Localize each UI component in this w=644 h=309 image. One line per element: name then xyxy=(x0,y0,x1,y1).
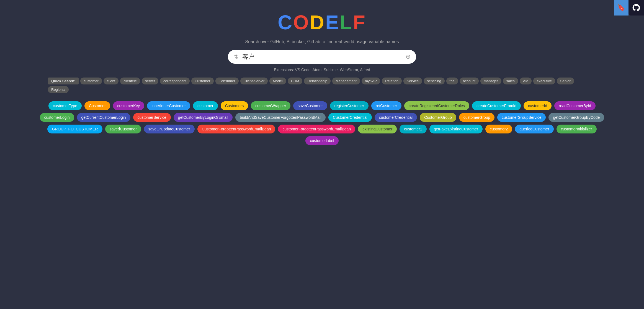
main-container: CODELF Search over GitHub, Bitbucket, Gi… xyxy=(0,0,644,151)
quick-tag[interactable]: account xyxy=(460,78,479,84)
quick-tag[interactable]: servicing xyxy=(424,78,444,84)
top-icons: 🔖 xyxy=(614,0,644,16)
subtitle: Search over GitHub, Bitbucket, GitLab to… xyxy=(245,39,399,44)
result-tag[interactable]: customerLogin xyxy=(40,113,74,122)
quick-tag[interactable]: Consumer xyxy=(215,78,239,84)
result-tag[interactable]: getCurrentCustomerLogin xyxy=(77,113,130,122)
result-tag[interactable]: customerlabel xyxy=(305,136,338,145)
result-tag[interactable]: createCustomerFromId xyxy=(472,101,521,110)
result-tag[interactable]: customerGroup xyxy=(459,113,494,122)
result-tag[interactable]: registerCustomer xyxy=(330,101,369,110)
result-tag[interactable]: customerCredential xyxy=(375,113,417,122)
results-cloud: customerTypeCustomercustomerKeyinnerInne… xyxy=(31,101,613,145)
bookmark-icon[interactable]: 🔖 xyxy=(614,0,628,16)
result-tag[interactable]: CustomerForgottenPasswordEmailBean xyxy=(197,125,275,133)
quick-tag[interactable]: Customer xyxy=(191,78,213,84)
search-submit-icon[interactable]: ⊕ xyxy=(406,53,411,60)
quick-tag[interactable]: Service xyxy=(403,78,422,84)
result-tag[interactable]: retCustomer xyxy=(371,101,401,110)
quick-tag[interactable]: clientele xyxy=(120,78,140,84)
result-tag[interactable]: customerGroupService xyxy=(497,113,546,122)
result-tag[interactable]: createRegisteredCustomerRoles xyxy=(404,101,469,110)
result-tag[interactable]: existingCustomer xyxy=(358,125,397,133)
quick-tag[interactable]: correspondent xyxy=(160,78,190,84)
logo-letter-d: D xyxy=(310,11,325,34)
result-tag[interactable]: CustomerGroup xyxy=(420,113,456,122)
quick-tag[interactable]: Relation xyxy=(382,78,402,84)
quick-tag[interactable]: CRM xyxy=(288,78,303,84)
quick-tag[interactable]: Model xyxy=(269,78,286,84)
quick-tag[interactable]: manager xyxy=(480,78,501,84)
result-tag[interactable]: customer xyxy=(193,101,218,110)
quick-tag[interactable]: Client-Server xyxy=(240,78,268,84)
result-tag[interactable]: GROUP_FO_CUSTOMER xyxy=(47,125,102,133)
quick-tag[interactable]: sales xyxy=(503,78,518,84)
logo-letter-l: L xyxy=(340,11,353,34)
quick-tag[interactable]: the xyxy=(446,78,458,84)
quick-tag[interactable]: Relationship xyxy=(304,78,331,84)
result-tag[interactable]: CustomerCredential xyxy=(328,113,372,122)
result-tag[interactable]: customerWrapper xyxy=(251,101,290,110)
result-tag[interactable]: customerType xyxy=(48,101,82,110)
result-tag[interactable]: Customers xyxy=(221,101,248,110)
logo-letter-f: F xyxy=(353,11,366,34)
quick-tag[interactable]: client xyxy=(104,78,119,84)
result-tag[interactable]: Customer xyxy=(84,101,110,110)
quick-tag[interactable]: server xyxy=(142,78,158,84)
logo-letter-c: C xyxy=(278,11,293,34)
quick-tag[interactable]: mySAP xyxy=(362,78,380,84)
quick-tag[interactable]: Management xyxy=(332,78,360,84)
quick-tag[interactable]: customer xyxy=(80,78,102,84)
filter-icon[interactable]: ⚗ xyxy=(233,53,238,60)
quick-tag[interactable]: Regional xyxy=(48,86,69,93)
result-tag[interactable]: innerInnerCustomer xyxy=(147,101,190,110)
result-tag[interactable]: customer1 xyxy=(400,125,426,133)
result-tag[interactable]: customerForgottenPasswordEmailBean xyxy=(278,125,355,133)
logo-letter-e: E xyxy=(325,11,340,34)
extensions-text: Extensions: VS Code, Atom, Sublime, WebS… xyxy=(274,68,370,72)
result-tag[interactable]: queriedCustomer xyxy=(515,125,553,133)
quick-tag[interactable]: Senior xyxy=(557,78,574,84)
quick-search-label: Quick Search: xyxy=(48,78,79,84)
result-tag[interactable]: getCustomerByLoginOrEmail xyxy=(174,113,233,122)
search-bar: ⚗ ⊕ xyxy=(228,50,416,64)
result-tag[interactable]: customerService xyxy=(133,113,171,122)
result-tag[interactable]: customer2 xyxy=(485,125,512,133)
app-logo: CODELF xyxy=(278,11,366,34)
result-tag[interactable]: saveCustomer xyxy=(293,101,327,110)
logo-letter-o: O xyxy=(293,11,310,34)
result-tag[interactable]: customerInitializer xyxy=(557,125,597,133)
result-tag[interactable]: buildAndSaveCustomerForgottenPasswordMai… xyxy=(235,113,326,122)
result-tag[interactable]: saveOrUpdateCustomer xyxy=(144,125,195,133)
quick-tag[interactable]: executive xyxy=(533,78,555,84)
result-tag[interactable]: customerKey xyxy=(113,101,145,110)
quick-search-row: Quick Search: customerclientclienteleser… xyxy=(45,78,599,93)
result-tag[interactable]: customerId xyxy=(524,101,552,110)
result-tag[interactable]: savedCustomer xyxy=(105,125,141,133)
result-tag[interactable]: getCustomerGroupByCode xyxy=(548,113,604,122)
result-tag[interactable]: readCustomerById xyxy=(554,101,596,110)
github-icon[interactable] xyxy=(628,0,644,16)
search-input[interactable] xyxy=(242,53,403,60)
quick-tag[interactable]: AM xyxy=(520,78,532,84)
result-tag[interactable]: getFakeExistingCustomer xyxy=(429,125,483,133)
